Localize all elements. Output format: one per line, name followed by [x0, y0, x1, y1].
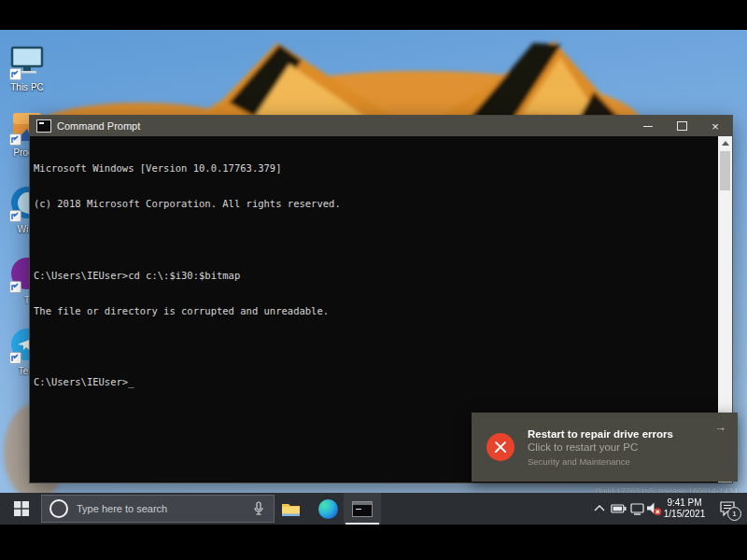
file-explorer-button[interactable] — [275, 493, 306, 525]
toast-source: Security and Maintenance — [528, 456, 738, 467]
windows-logo-icon — [14, 501, 29, 516]
minimize-button[interactable] — [631, 116, 665, 136]
edge-icon — [318, 499, 338, 519]
cortana-icon — [49, 499, 68, 518]
chevron-up-icon — [594, 504, 605, 513]
toast-title: Restart to repair drive errors — [528, 428, 738, 440]
cmd-icon — [352, 501, 373, 517]
taskbar-clock[interactable]: 9:41 PM 1/15/2021 — [659, 493, 710, 525]
taskbar-search-input[interactable]: Type here to search — [41, 495, 275, 523]
screen: This PC Procm — [0, 0, 747, 560]
chevron-up-icon — [722, 141, 729, 146]
terminal-line: The file or directory is corrupted and u… — [34, 305, 713, 317]
this-pc-icon — [8, 45, 46, 80]
scroll-up-button[interactable] — [718, 136, 732, 150]
hidden-icons-button[interactable] — [590, 493, 609, 525]
toast-subtitle: Click to restart your PC — [528, 441, 738, 453]
command-prompt-taskbar-button[interactable] — [344, 493, 381, 525]
window-title: Command Prompt — [57, 120, 631, 132]
error-x-icon — [486, 433, 514, 461]
shortcut-arrow-icon — [9, 133, 21, 146]
clock-time: 9:41 PM — [667, 497, 701, 509]
prompt-text: C:\Users\IEUser> — [34, 376, 128, 387]
search-placeholder: Type here to search — [77, 503, 252, 514]
action-center-button[interactable]: 1 — [710, 493, 745, 525]
clock-date: 1/15/2021 — [664, 509, 706, 520]
shortcut-arrow-icon — [9, 210, 21, 222]
notification-count-badge: 1 — [727, 507, 741, 521]
terminal-line — [34, 341, 713, 353]
desktop-icon-label: This PC — [2, 82, 52, 92]
letterbox-bottom — [0, 525, 747, 560]
letterbox-top — [0, 0, 747, 30]
cmd-app-icon — [36, 119, 51, 133]
terminal-line — [34, 234, 713, 246]
terminal-line: (c) 2018 Microsoft Corporation. All righ… — [34, 198, 713, 210]
maximize-button[interactable] — [665, 116, 698, 136]
network-tray-button[interactable] — [627, 493, 646, 525]
active-app-indicator — [345, 523, 379, 525]
maximize-icon — [677, 121, 687, 131]
minimize-icon — [643, 126, 653, 127]
terminal-line: Microsoft Windows [Version 10.0.17763.37… — [34, 162, 713, 175]
shortcut-arrow-icon — [9, 281, 21, 293]
microphone-icon[interactable] — [252, 501, 265, 516]
start-button[interactable] — [0, 493, 43, 525]
terminal-line: C:\Users\IEUser>cd c:\:$i30:$bitmap — [34, 270, 713, 282]
window-titlebar[interactable]: Command Prompt × — [30, 116, 732, 136]
shortcut-arrow-icon — [9, 68, 21, 80]
build-watermark: Build 17763.rs5_release.180914-1434 — [595, 486, 738, 493]
battery-icon — [611, 503, 627, 514]
edge-browser-button[interactable] — [312, 493, 344, 525]
terminal-prompt-line: C:\Users\IEUser>_ — [34, 376, 713, 388]
taskbar: Type here to search — [0, 493, 747, 525]
toast-expand-arrow-icon[interactable]: → — [714, 420, 726, 434]
desktop-icon-this-pc[interactable]: This PC — [2, 45, 52, 92]
network-icon — [630, 503, 644, 515]
scrollbar-thumb[interactable] — [720, 151, 730, 190]
terminal-cursor: _ — [128, 376, 134, 387]
battery-tray-button[interactable] — [609, 493, 627, 525]
notification-toast[interactable]: Restart to repair drive errors Click to … — [472, 413, 738, 482]
folder-icon — [281, 501, 301, 517]
desktop[interactable]: This PC Procm — [0, 30, 747, 493]
close-button[interactable]: × — [698, 116, 732, 136]
shortcut-arrow-icon — [9, 352, 21, 364]
